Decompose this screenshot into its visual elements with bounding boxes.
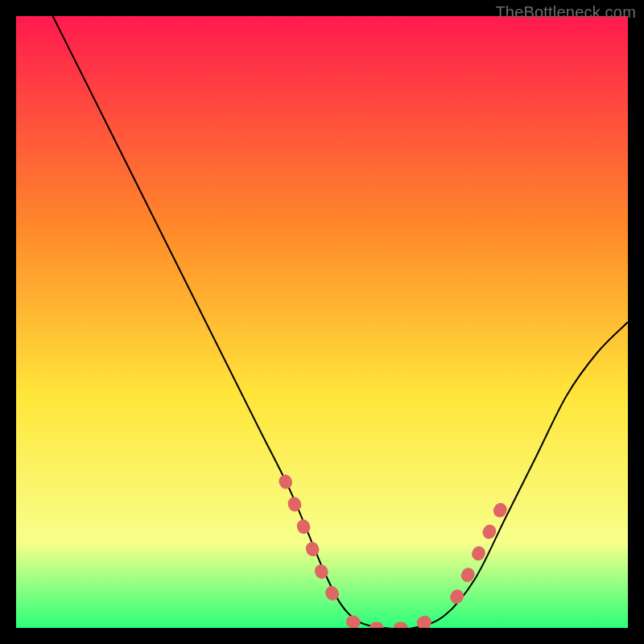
gradient-background — [16, 16, 628, 628]
chart-svg — [16, 16, 628, 628]
watermark-text: TheBottleneck.com — [495, 3, 636, 22]
chart-frame — [16, 16, 628, 628]
